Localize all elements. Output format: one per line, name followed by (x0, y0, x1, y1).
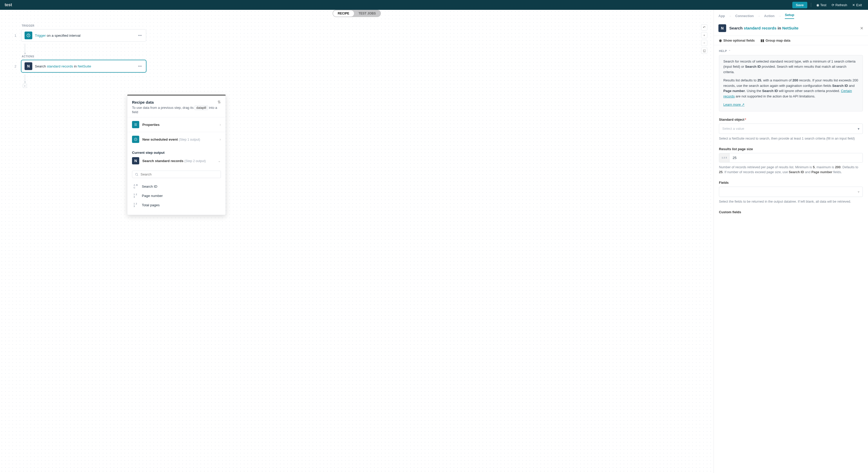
datapill-search-id[interactable]: A B C Search ID (132, 182, 221, 191)
help-label: HELP (719, 49, 727, 53)
standard-object-select[interactable]: Select a value ▾ (719, 123, 863, 134)
netsuite-icon: N (132, 157, 139, 165)
canvas-controls: ↶ ＋ − ◱ (701, 24, 707, 54)
canvas[interactable]: RECIPE TEST JOBS TRIGGER 1 Trigger on a … (0, 10, 714, 473)
step-text: Trigger on a specified interval (35, 34, 134, 37)
svg-rect-1 (134, 123, 137, 124)
datapill-total-pages[interactable]: 1 2 3 Total pages (132, 200, 221, 210)
properties-icon (132, 121, 139, 128)
label: Search ID (142, 184, 157, 188)
step-number: 1 (14, 34, 18, 37)
netsuite-icon: N (718, 24, 726, 32)
number-type-icon: 1 2 3 (719, 153, 730, 162)
arrow-icon: → (778, 14, 781, 18)
tab-recipe[interactable]: RECIPE (333, 10, 354, 17)
recipe-data-step1-output[interactable]: New scheduled event (Step 1 output) › (127, 132, 225, 147)
current-step-label: Current step output (127, 147, 225, 156)
arrow-icon: → (728, 14, 732, 18)
group-icon: ▮▮ (761, 38, 764, 42)
type-badge: 1 2 3 (133, 193, 139, 198)
netsuite-icon: N (25, 62, 32, 70)
datapill-search[interactable] (132, 171, 221, 178)
fields-select[interactable]: ▾ (719, 187, 863, 197)
label: Properties (142, 123, 216, 127)
step-number: 2 (14, 64, 18, 68)
fields-help: Select the fields to be returned in the … (719, 199, 863, 204)
top-bar: test Save ◉Test ⟳Refresh ✕Exit (0, 0, 868, 10)
refresh-button[interactable]: ⟳Refresh (830, 2, 849, 8)
svg-rect-3 (134, 125, 137, 126)
page-size-label: Results list page size (719, 147, 863, 151)
test-button[interactable]: ◉Test (815, 2, 828, 8)
recipe-data-step2-output[interactable]: N Search standard records (Step 2 output… (127, 156, 225, 168)
chevron-down-icon: ▾ (858, 190, 860, 194)
close-panel-button[interactable]: ✕ (860, 26, 863, 31)
chevron-up-icon[interactable]: ⌃ (728, 50, 731, 53)
recipe-title: test (5, 3, 12, 7)
tab-setup[interactable]: Setup (785, 13, 794, 19)
page-size-input[interactable]: 25 (730, 153, 863, 162)
add-step-button[interactable]: ＋ (23, 84, 27, 88)
more-icon[interactable]: ••• (137, 63, 143, 69)
recipe-data-title: Recipe data (132, 100, 154, 105)
standard-object-label: Standard object* (719, 118, 863, 121)
expand-icon[interactable]: ⇅ (218, 100, 221, 105)
chevron-down-icon: ⌄ (218, 159, 221, 163)
save-button[interactable]: Save (792, 2, 807, 8)
datapill-search-input[interactable] (141, 172, 218, 176)
tab-test-jobs[interactable]: TEST JOBS (354, 10, 380, 17)
configuration-panel: App → Connection → Action → Setup N Sear… (714, 10, 868, 473)
tab-app[interactable]: App (718, 14, 725, 18)
recipe-data-subtitle: To use data from a previous step, drag i… (132, 106, 221, 114)
breadcrumb: App → Connection → Action → Setup (714, 10, 868, 21)
group-map-data[interactable]: ▮▮ Group map data (761, 38, 790, 42)
recipe-data-properties[interactable]: Properties › (127, 117, 225, 132)
search-icon (135, 173, 138, 176)
recipe-data-panel: Recipe data ⇅ To use data from a previou… (127, 95, 226, 215)
close-icon: ✕ (852, 3, 855, 7)
clock-icon (132, 136, 139, 143)
mode-toggle: RECIPE TEST JOBS (333, 10, 381, 17)
actions-label: ACTIONS (22, 55, 146, 58)
datapill-page-number[interactable]: 1 2 3 Page number (132, 191, 221, 200)
label: Search standard records (Step 2 output) (142, 159, 215, 163)
label: New scheduled event (Step 1 output) (142, 138, 216, 141)
svg-rect-2 (134, 124, 137, 125)
clock-icon (25, 32, 32, 39)
type-badge: A B C (133, 184, 139, 189)
zoom-out-button[interactable]: − (701, 40, 707, 46)
connector (25, 44, 146, 55)
label: Page number (142, 194, 163, 198)
chevron-down-icon: ▾ (858, 127, 860, 131)
chevron-right-icon: › (220, 137, 221, 141)
standard-object-help: Select a NetSuite record to search, then… (719, 136, 863, 141)
refresh-icon: ⟳ (832, 3, 834, 7)
undo-button[interactable]: ↶ (701, 24, 707, 30)
fit-button[interactable]: ◱ (701, 48, 707, 54)
tab-action[interactable]: Action (764, 14, 774, 18)
custom-fields-label: Custom fields (719, 210, 863, 214)
step-text: Search standard records in NetSuite (35, 64, 134, 68)
learn-more-link[interactable]: Learn more ↗ (723, 102, 745, 107)
step-trigger[interactable]: Trigger on a specified interval ••• (21, 29, 146, 41)
page-size-help: Number of records retrieved per page of … (719, 165, 863, 175)
help-box: Search for records of selected standard … (719, 55, 863, 111)
panel-title: Search standard records in NetSuite (729, 26, 857, 30)
step-search-records[interactable]: N Search standard records in NetSuite ••… (21, 60, 146, 72)
external-link-icon: ↗ (742, 102, 745, 107)
type-badge: 1 2 3 (133, 202, 139, 208)
flow-diagram: TRIGGER 1 Trigger on a specified interva… (14, 24, 146, 88)
tab-connection[interactable]: Connection (735, 14, 754, 18)
top-bar-actions: Save ◉Test ⟳Refresh ✕Exit (792, 2, 863, 8)
label: Total pages (142, 203, 160, 207)
chevron-right-icon: › (220, 122, 221, 127)
play-icon: ◉ (816, 3, 819, 7)
show-optional-fields[interactable]: ◉ Show optional fields (719, 38, 755, 42)
svg-point-5 (135, 173, 137, 175)
exit-button[interactable]: ✕Exit (851, 2, 863, 8)
connector (25, 75, 146, 84)
trigger-label: TRIGGER (22, 24, 146, 27)
more-icon[interactable]: ••• (137, 32, 143, 38)
fields-label: Fields (719, 181, 863, 184)
zoom-in-button[interactable]: ＋ (701, 32, 707, 38)
